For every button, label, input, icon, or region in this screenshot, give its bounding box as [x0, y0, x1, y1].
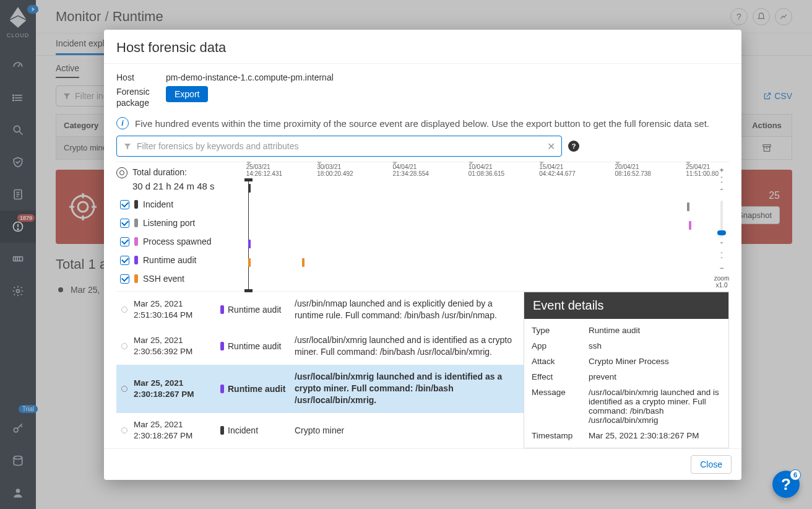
event-row[interactable]: Mar 25, 20212:30:18:267 PM Incident Cryp…	[116, 413, 524, 448]
events-list: Mar 25, 20212:51:30:164 PM Runtime audit…	[116, 292, 524, 448]
details-title: Event details	[524, 292, 728, 319]
event-type: Runtime audit	[220, 384, 288, 394]
mark-ssh[interactable]	[248, 258, 251, 267]
down-icon[interactable]: ˇ	[720, 240, 723, 251]
details-row: Attack Crypto Miner Process	[532, 354, 721, 369]
details-key: App	[532, 341, 589, 350]
event-timestamp: Mar 25, 20212:30:18:267 PM	[134, 419, 214, 442]
timeline-tick: 10/04/2101:08:36.615	[469, 163, 504, 177]
event-message: /usr/bin/nmap launched and is explicitly…	[295, 298, 520, 321]
floating-help-button[interactable]: ? 6	[772, 471, 800, 498]
details-value: Mar 25, 2021 2:30:18:267 PM	[589, 431, 721, 440]
mark-ssh[interactable]	[302, 258, 304, 267]
zoom-out-icon[interactable]: −	[719, 263, 723, 274]
label-forensic-package: Forensic package	[116, 86, 166, 108]
help-count-badge: 6	[790, 469, 801, 481]
checkbox-icon[interactable]	[120, 200, 129, 209]
chip-icon	[134, 274, 138, 283]
zoom-controls: + ˆˆ ˆ ˇ ˇˇ − zoomx1.0	[714, 165, 729, 289]
chip-icon	[134, 200, 138, 209]
up-icon[interactable]: ˆ	[720, 187, 723, 198]
event-type: Runtime audit	[220, 305, 288, 315]
bullet-icon	[121, 427, 127, 433]
bullet-icon	[121, 343, 127, 349]
legend-incident[interactable]: Incident	[116, 195, 239, 214]
event-message: /usr/local/bin/xmrig launched and is ide…	[295, 371, 520, 406]
mark-audit[interactable]	[248, 240, 251, 248]
zoom-in-icon[interactable]: +	[719, 165, 723, 176]
clear-icon[interactable]: ✕	[547, 141, 555, 152]
chip-icon	[134, 256, 138, 264]
details-value: Runtime audit	[589, 326, 721, 335]
timeline-tick: 04/04/2121:34:28.554	[392, 163, 428, 177]
info-text: Five hundred events within the time prox…	[135, 118, 709, 129]
chip-icon	[220, 342, 224, 350]
details-key: Timestamp	[532, 431, 589, 440]
close-button[interactable]: Close	[691, 455, 732, 474]
chip-icon	[134, 237, 138, 246]
legend-port[interactable]: Listening port	[116, 214, 239, 232]
checkbox-icon[interactable]	[120, 256, 129, 265]
checkbox-icon[interactable]	[120, 219, 129, 228]
timeline-tick: 25/03/2114:26:12.431	[246, 163, 282, 177]
lane-ssh	[241, 254, 714, 272]
total-duration-value: 30 d 21 h 24 m 48 s	[132, 181, 239, 191]
details-row: App ssh	[532, 338, 721, 354]
details-value: prevent	[589, 372, 721, 381]
details-key: Attack	[532, 357, 589, 366]
details-row: Effect prevent	[532, 369, 721, 385]
legend-ssh[interactable]: SSH event	[116, 269, 239, 288]
lane-incident	[241, 180, 714, 198]
legend-audit[interactable]: Runtime audit	[116, 251, 239, 269]
details-key: Type	[532, 326, 589, 335]
details-row: Message /usr/local/bin/xmrig launched an…	[532, 385, 721, 428]
event-timestamp: Mar 25, 20212:51:30:164 PM	[134, 298, 214, 321]
checkbox-icon[interactable]	[120, 274, 129, 284]
details-value: ubuntu	[589, 446, 721, 448]
mark-incident[interactable]	[248, 184, 251, 193]
forensics-filter-input[interactable]: ✕	[116, 136, 562, 157]
event-message: /usr/local/bin/xmrig launched and is ide…	[295, 334, 520, 358]
mark-port[interactable]	[687, 202, 689, 211]
event-message: Crypto miner	[295, 425, 520, 437]
event-type: Incident	[220, 425, 288, 435]
details-value: /usr/local/bin/xmrig launched and is ide…	[589, 388, 721, 425]
event-timestamp: Mar 25, 20212:30:18:267 PM	[134, 378, 214, 400]
legend-proc[interactable]: Process spawned	[116, 232, 239, 251]
zoom-slider[interactable]	[720, 201, 723, 238]
target-small-icon	[116, 167, 127, 178]
export-button[interactable]: Export	[166, 86, 208, 102]
details-row: User ubuntu	[532, 443, 721, 448]
info-icon: i	[116, 117, 129, 129]
details-key: User	[532, 446, 589, 448]
chip-icon	[134, 219, 138, 227]
jump-bottom-icon[interactable]: ˇˇ	[721, 251, 723, 263]
event-row[interactable]: Mar 25, 20212:51:30:164 PM Runtime audit…	[116, 292, 524, 328]
lane-port	[241, 198, 714, 217]
checkbox-icon[interactable]	[120, 237, 129, 246]
modal-title: Host forensic data	[104, 30, 741, 64]
timeline-tick: 15/04/2104:42:44.677	[539, 163, 575, 177]
filter-icon	[123, 142, 132, 150]
event-timestamp: Mar 25, 20212:30:56:392 PM	[134, 335, 214, 357]
lane-audit	[241, 235, 714, 254]
details-value: ssh	[589, 341, 721, 350]
details-row: Timestamp Mar 25, 2021 2:30:18:267 PM	[532, 428, 721, 443]
lane-proc	[241, 217, 714, 235]
event-type: Runtime audit	[220, 341, 288, 351]
event-details-panel: Event details Type Runtime auditApp sshA…	[524, 292, 729, 448]
timeline: Total duration: 30 d 21 h 24 m 48 s Inci…	[116, 162, 729, 292]
zoom-label: zoomx1.0	[714, 275, 729, 289]
bullet-icon	[121, 307, 127, 313]
mark-proc[interactable]	[689, 221, 691, 230]
event-row[interactable]: Mar 25, 20212:30:56:392 PM Runtime audit…	[116, 328, 524, 365]
event-row[interactable]: Mar 25, 20212:30:18:267 PM Runtime audit…	[116, 365, 524, 413]
jump-top-icon[interactable]: ˆˆ	[721, 176, 723, 187]
bullet-icon	[121, 386, 127, 392]
timeline-tick: 20/04/2108:16:52.738	[615, 163, 651, 177]
filter-help-icon[interactable]: ?	[568, 141, 579, 152]
forensic-modal: Host forensic data Host pm-demo-instance…	[104, 30, 741, 480]
chip-icon	[220, 426, 224, 435]
details-key: Effect	[532, 372, 589, 381]
details-key: Message	[532, 388, 589, 425]
